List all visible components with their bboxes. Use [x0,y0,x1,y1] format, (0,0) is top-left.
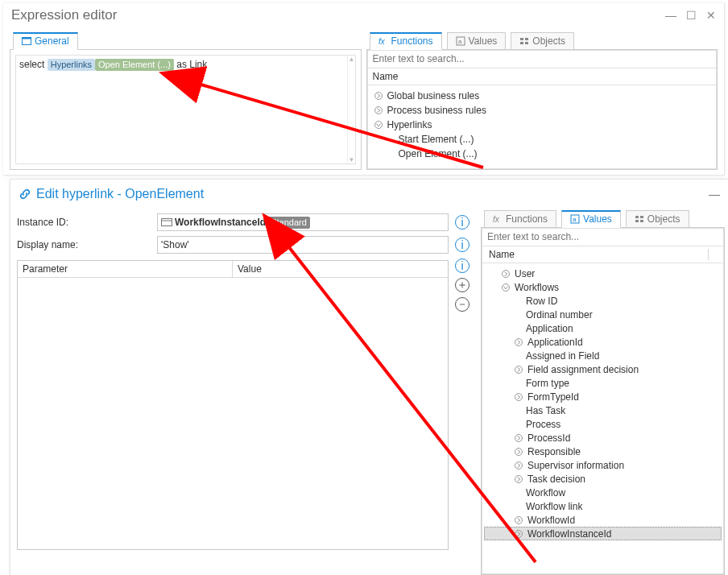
tree-item-row-id[interactable]: Row ID [484,294,722,308]
instance-id-label: Instance ID: [17,217,154,228]
svg-point-27 [515,448,523,455]
tab-functions-label: Functions [391,35,433,47]
tree-item-start-element[interactable]: Start Element (...) [370,132,715,147]
field-icon [161,217,172,227]
arrow-right-icon [373,105,384,116]
maximize-button[interactable]: ☐ [686,9,697,22]
expression-editor-right-panel: fx Functions a Values Objects Name [366,31,718,170]
tree-item-assigned[interactable]: Assigned in Field [484,349,722,362]
tree-item-workflow-instance-id[interactable]: WorkflowInstanceId [484,527,722,540]
svg-point-29 [515,475,523,482]
svg-text:a: a [573,216,577,223]
functions-search-box[interactable] [367,50,718,68]
tab-general[interactable]: General [13,32,78,50]
hyperlinks-chip[interactable]: Hyperlinks [48,59,95,71]
tree-item-form-type-id[interactable]: FormTypeId [484,390,722,403]
window-controls: — [709,188,720,201]
svg-rect-20 [640,220,643,222]
chain-link-icon [19,188,31,201]
functions-tree[interactable]: Global business rules Process business r… [367,85,718,169]
display-name-value: 'Show' [161,239,189,250]
left-tabs: General [10,31,362,50]
objects-icon [635,214,644,224]
tab-values[interactable]: a Values [561,210,621,228]
edit-hyperlink-window: Edit hyperlink - OpenElement — Instance … [10,179,728,575]
svg-text:fx: fx [493,215,500,224]
svg-point-31 [515,530,523,537]
remove-row-button[interactable]: － [455,297,469,312]
tree-item-process-id[interactable]: ProcessId [484,431,722,445]
svg-rect-18 [640,216,643,218]
fx-icon: fx [493,214,503,224]
code-suffix: as Link [174,59,207,70]
tab-values[interactable]: a Values [447,32,507,50]
tree-item-open-element[interactable]: Open Element (...) [370,147,715,161]
open-element-chip[interactable]: Open Element (...) [95,59,174,71]
info-icon[interactable]: i [455,215,469,230]
tab-functions[interactable]: fx Functions [484,210,556,228]
tree-item-workflows[interactable]: Workflows [484,280,722,294]
general-tab-icon [22,36,31,46]
tree-item-application[interactable]: Application [484,321,722,335]
svg-rect-7 [520,42,523,44]
tab-functions[interactable]: fx Functions [370,32,442,50]
tree-item-fad[interactable]: Field assignment decision [484,362,722,376]
window-title: Expression editor [11,7,117,23]
svg-point-9 [374,93,382,100]
tab-objects[interactable]: Objects [511,32,574,50]
svg-rect-8 [525,42,528,44]
arrow-right-icon [513,528,524,540]
instance-id-badge: Standard [267,217,310,229]
values-search-box[interactable] [482,228,724,246]
code-scrollbar[interactable]: ▲▼ [347,56,355,163]
close-button[interactable]: ✕ [706,9,716,22]
minimize-button[interactable]: — [665,9,676,22]
tab-objects[interactable]: Objects [626,210,689,228]
tree-item-form-type[interactable]: Form type [484,376,722,390]
tree-item-workflow[interactable]: Workflow [484,486,722,499]
tree-item-responsible[interactable]: Responsible [484,445,722,458]
arrow-right-icon [373,90,384,101]
instance-id-field[interactable]: WorkflowInstanceId Standard [157,213,449,231]
functions-search-input[interactable] [373,53,712,64]
tree-item-process-business-rules[interactable]: Process business rules [370,103,715,118]
tree-item-supervisor[interactable]: Supervisor information [484,458,722,472]
values-list-header: Name [482,249,709,260]
tree-item-workflow-link[interactable]: Workflow link [484,499,722,513]
tree-item-ordinal[interactable]: Ordinal number [484,308,722,321]
arrow-right-icon [513,391,524,403]
display-name-field[interactable]: 'Show' [157,236,449,254]
values-tree[interactable]: User Workflows Row ID Ordinal number App… [482,263,724,574]
svg-rect-17 [635,216,639,218]
tree-item-task-decision[interactable]: Task decision [484,472,722,486]
tree-item-user[interactable]: User [484,267,722,280]
tree-item-hyperlinks[interactable]: Hyperlinks [370,118,715,132]
right-tabs: fx Functions a Values Objects [366,31,718,50]
tab-general-label: General [35,35,69,47]
arrow-down-icon [373,119,384,130]
add-row-button[interactable]: ＋ [455,278,469,292]
svg-point-26 [515,434,523,441]
svg-rect-19 [635,220,639,222]
fx-icon: fx [378,36,388,46]
info-icon[interactable]: i [455,259,469,273]
code-prefix: select [19,59,48,70]
display-name-label: Display name: [17,239,154,250]
edit-hyperlink-right-panel: fx Functions a Values Objects Name [481,209,725,575]
values-icon: a [570,214,580,224]
minimize-button[interactable]: — [709,188,720,201]
expression-code-box[interactable]: select HyperlinksOpen Element (...) as L… [15,55,356,164]
functions-list-header-label: Name [373,71,399,82]
values-search-input[interactable] [487,231,718,242]
tree-item-has-task[interactable]: Has Task [484,403,722,417]
tree-item-application-id[interactable]: ApplicationId [484,335,722,349]
tree-item-workflow-id[interactable]: WorkflowId [484,513,722,527]
instance-id-text: WorkflowInstanceId [175,217,266,228]
svg-point-28 [515,461,523,469]
parameter-table[interactable]: Parameter Value [17,260,449,550]
expression-editor-titlebar: Expression editor — ☐ ✕ [3,3,724,27]
info-icon[interactable]: i [455,238,469,252]
tree-item-global-business-rules[interactable]: Global business rules [370,89,715,103]
tree-item-process[interactable]: Process [484,417,722,431]
svg-point-24 [515,366,523,373]
